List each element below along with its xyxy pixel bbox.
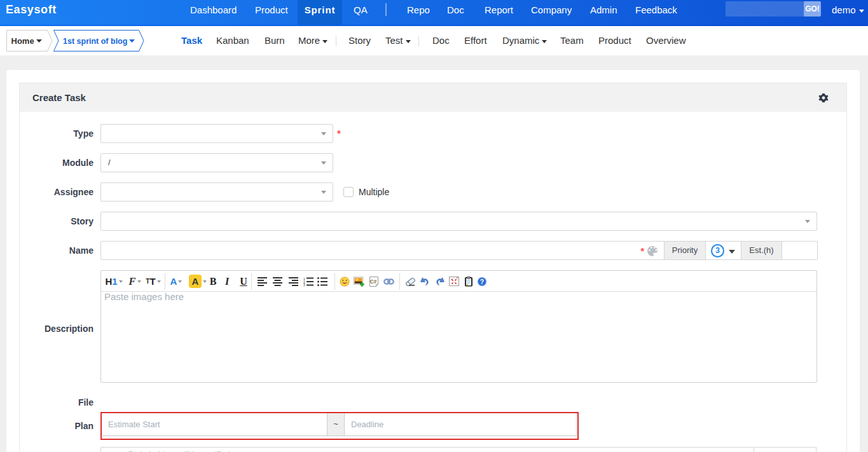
svg-text:1st sprint of blog: 1st sprint of blog [63, 37, 127, 46]
svg-text:?: ? [480, 278, 484, 285]
svg-text:C#: C# [369, 278, 376, 284]
svg-text:3: 3 [303, 283, 305, 286]
svg-text:Home: Home [11, 36, 34, 46]
